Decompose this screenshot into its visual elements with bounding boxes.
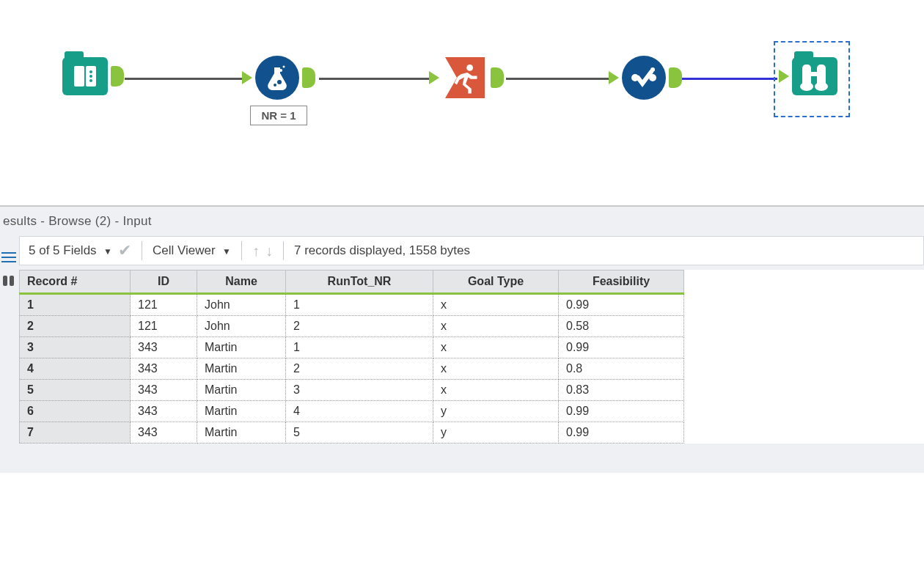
output-port[interactable] — [669, 67, 682, 88]
results-toolbar: 5 of 5 Fields ▼ ✔ Cell Viewer ▼ ↑ ↓ 7 re… — [19, 236, 924, 265]
fields-dropdown[interactable]: 5 of 5 Fields ▼ — [29, 243, 112, 258]
output-port[interactable] — [111, 66, 124, 87]
check-dots-icon — [622, 56, 666, 100]
cell-runtot[interactable]: 2 — [286, 358, 433, 380]
connector — [125, 78, 242, 80]
input-tool[interactable] — [62, 57, 124, 95]
output-port[interactable] — [302, 67, 315, 88]
col-goaltype[interactable]: Goal Type — [433, 271, 559, 294]
cell-id[interactable]: 343 — [131, 401, 197, 422]
cell-goaltype[interactable]: x — [433, 380, 559, 401]
cell-id[interactable]: 121 — [131, 294, 197, 316]
cell-name[interactable]: Martin — [197, 422, 286, 444]
cell-name[interactable]: John — [197, 316, 286, 337]
cell-id[interactable]: 343 — [131, 337, 197, 358]
formula-tool[interactable]: NR = 1 — [242, 56, 315, 125]
cell-feas[interactable]: 0.99 — [559, 401, 684, 422]
connector — [319, 78, 429, 80]
node-annotation[interactable]: NR = 1 — [250, 106, 307, 125]
svg-rect-22 — [3, 276, 7, 286]
cell-record[interactable]: 3 — [20, 337, 131, 358]
browse-tool[interactable] — [779, 57, 837, 95]
cell-runtot[interactable]: 4 — [286, 401, 433, 422]
runner-icon — [442, 56, 488, 100]
table-row[interactable]: 1121John1x0.99 — [20, 294, 684, 316]
results-panel: esults - Browse (2) - Input 5 of 5 Field… — [0, 207, 924, 473]
svg-point-5 — [277, 80, 282, 84]
cell-goaltype[interactable]: y — [433, 401, 559, 422]
apply-check-icon[interactable]: ✔ — [118, 241, 131, 260]
results-table[interactable]: Record # ID Name RunTot_NR Goal Type Fea… — [19, 270, 684, 444]
cell-runtot[interactable]: 2 — [286, 316, 433, 337]
table-row[interactable]: 4343Martin2x0.8 — [20, 358, 684, 380]
cell-feas[interactable]: 0.99 — [559, 337, 684, 358]
svg-point-4 — [89, 79, 92, 82]
cell-goaltype[interactable]: x — [433, 358, 559, 380]
cell-goaltype[interactable]: y — [433, 422, 559, 444]
svg-point-7 — [279, 69, 282, 72]
input-port[interactable] — [242, 71, 252, 84]
cell-record[interactable]: 7 — [20, 422, 131, 444]
cell-name[interactable]: Martin — [197, 401, 286, 422]
input-port[interactable] — [609, 71, 619, 84]
cell-feas[interactable]: 0.99 — [559, 422, 684, 444]
svg-rect-16 — [811, 72, 817, 76]
svg-point-3 — [89, 75, 92, 78]
table-header-row: Record # ID Name RunTot_NR Goal Type Fea… — [20, 271, 684, 294]
cell-feas[interactable]: 0.8 — [559, 358, 684, 380]
cell-feas[interactable]: 0.58 — [559, 316, 684, 337]
col-name[interactable]: Name — [197, 271, 286, 294]
connector — [506, 78, 609, 80]
cell-viewer-dropdown[interactable]: Cell Viewer ▼ — [153, 243, 231, 258]
svg-rect-23 — [10, 276, 14, 286]
cell-record[interactable]: 6 — [20, 401, 131, 422]
cell-runtot[interactable]: 3 — [286, 380, 433, 401]
browse-view-icon[interactable] — [1, 274, 16, 287]
cell-runtot[interactable]: 1 — [286, 337, 433, 358]
cell-name[interactable]: John — [197, 294, 286, 316]
svg-point-6 — [274, 84, 276, 87]
table-row[interactable]: 6343Martin4y0.99 — [20, 401, 684, 422]
cell-id[interactable]: 121 — [131, 316, 197, 337]
input-port[interactable] — [429, 71, 439, 84]
book-icon — [62, 57, 108, 95]
table-row[interactable]: 7343Martin5y0.99 — [20, 422, 684, 444]
cell-id[interactable]: 343 — [131, 422, 197, 444]
col-record[interactable]: Record # — [20, 271, 131, 294]
cell-feas[interactable]: 0.99 — [559, 294, 684, 316]
records-status: 7 records displayed, 1558 bytes — [294, 243, 470, 258]
col-id[interactable]: ID — [131, 271, 197, 294]
cell-feas[interactable]: 0.83 — [559, 380, 684, 401]
cell-record[interactable]: 5 — [20, 380, 131, 401]
cell-id[interactable]: 343 — [131, 358, 197, 380]
cell-goaltype[interactable]: x — [433, 316, 559, 337]
cell-name[interactable]: Martin — [197, 380, 286, 401]
input-port[interactable] — [779, 70, 789, 83]
table-row[interactable]: 3343Martin1x0.99 — [20, 337, 684, 358]
cell-record[interactable]: 2 — [20, 316, 131, 337]
connector — [682, 78, 777, 80]
table-row[interactable]: 2121John2x0.58 — [20, 316, 684, 337]
svg-point-18 — [815, 82, 828, 91]
move-down-icon[interactable]: ↓ — [265, 243, 273, 260]
svg-rect-0 — [74, 66, 84, 87]
cell-runtot[interactable]: 1 — [286, 294, 433, 316]
running-total-tool[interactable] — [429, 56, 504, 100]
cell-id[interactable]: 343 — [131, 380, 197, 401]
workflow-canvas[interactable]: NR = 1 — [0, 0, 924, 207]
col-runtot[interactable]: RunTot_NR — [286, 271, 433, 294]
cell-record[interactable]: 1 — [20, 294, 131, 316]
move-up-icon[interactable]: ↑ — [252, 243, 260, 260]
cell-name[interactable]: Martin — [197, 337, 286, 358]
select-tool[interactable] — [609, 56, 682, 100]
cell-goaltype[interactable]: x — [433, 294, 559, 316]
cell-runtot[interactable]: 5 — [286, 422, 433, 444]
output-port[interactable] — [491, 67, 504, 88]
table-view-icon[interactable] — [1, 251, 16, 264]
cell-record[interactable]: 4 — [20, 358, 131, 380]
results-title: esults - Browse (2) - Input — [0, 207, 924, 236]
col-feas[interactable]: Feasibility — [559, 271, 684, 294]
table-row[interactable]: 5343Martin3x0.83 — [20, 380, 684, 401]
cell-goaltype[interactable]: x — [433, 337, 559, 358]
cell-name[interactable]: Martin — [197, 358, 286, 380]
